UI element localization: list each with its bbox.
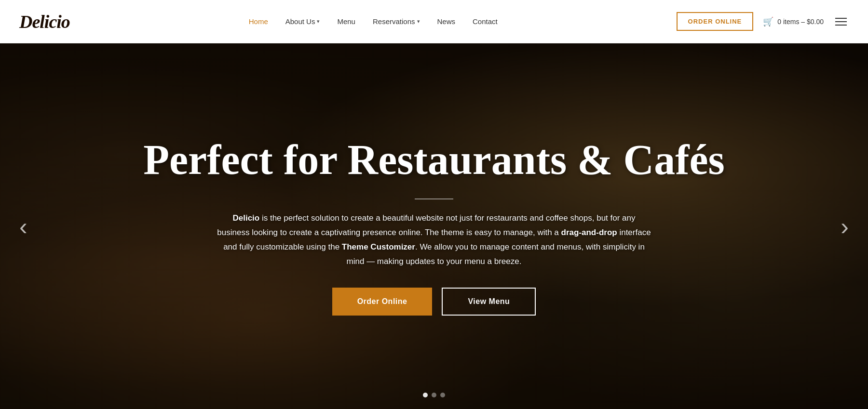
cart-button[interactable]: 🛒 0 items – $0.00 — [763, 16, 824, 27]
site-header: Delicio Home About Us ▾ Menu Reservation… — [0, 0, 868, 43]
hamburger-line — [835, 21, 847, 22]
header-right: ORDER ONLINE 🛒 0 items – $0.00 — [677, 12, 849, 31]
nav-item-reservations[interactable]: Reservations ▾ — [373, 17, 420, 26]
chevron-down-icon: ▾ — [417, 18, 420, 25]
slider-next-button[interactable]: › — [831, 210, 858, 243]
hero-divider — [415, 198, 453, 199]
hero-theme-customizer: Theme Customizer — [342, 242, 415, 251]
cart-icon: 🛒 — [763, 16, 773, 27]
chevron-down-icon: ▾ — [317, 18, 320, 25]
main-nav: Home About Us ▾ Menu Reservations ▾ News… — [249, 17, 498, 26]
hero-menu-button[interactable]: View Menu — [442, 288, 536, 316]
slider-dot-1[interactable] — [423, 393, 428, 397]
hero-section: ‹ › Perfect for Restaurants & Cafés Deli… — [0, 43, 868, 409]
site-logo[interactable]: Delicio — [19, 11, 70, 32]
nav-item-home[interactable]: Home — [249, 17, 268, 26]
hero-order-button[interactable]: Order Online — [332, 288, 433, 316]
nav-item-contact[interactable]: Contact — [473, 17, 498, 26]
nav-item-news[interactable]: News — [437, 17, 456, 26]
hero-brand-name: Delicio — [232, 213, 259, 223]
slider-prev-button[interactable]: ‹ — [10, 210, 37, 243]
hero-description: Delicio is the perfect solution to creat… — [217, 211, 651, 268]
nav-item-menu[interactable]: Menu — [337, 17, 355, 26]
slider-dot-3[interactable] — [440, 393, 445, 397]
order-online-button[interactable]: ORDER ONLINE — [677, 12, 754, 31]
hero-title: Perfect for Restaurants & Cafés — [143, 137, 725, 184]
slider-dots — [423, 393, 445, 397]
nav-item-about[interactable]: About Us ▾ — [285, 17, 320, 26]
cart-label: 0 items – $0.00 — [777, 18, 824, 26]
hamburger-menu[interactable] — [833, 16, 849, 27]
hero-content: Perfect for Restaurants & Cafés Delicio … — [0, 43, 868, 409]
slider-dot-2[interactable] — [432, 393, 436, 397]
hamburger-line — [835, 25, 847, 26]
hamburger-line — [835, 18, 847, 19]
hero-buttons: Order Online View Menu — [332, 288, 536, 316]
hero-drag-drop: drag-and-drop — [561, 228, 617, 237]
